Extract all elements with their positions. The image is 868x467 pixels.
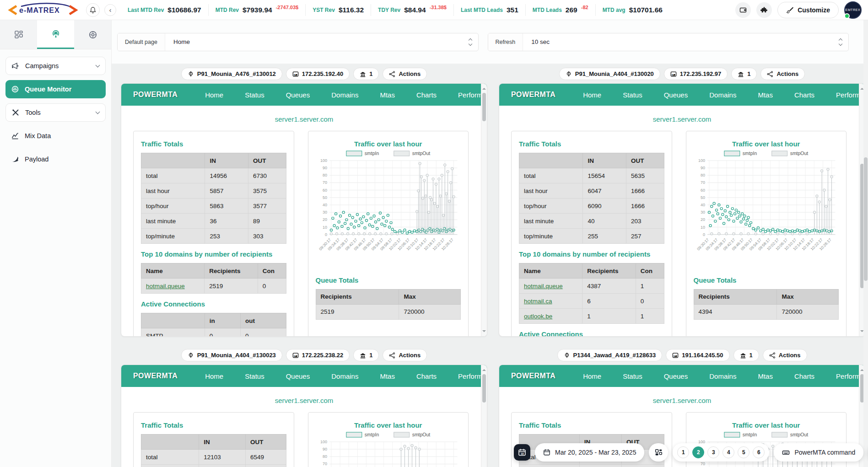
podcast-icon — [51, 29, 60, 38]
pmta-nav-domains[interactable]: Domains — [331, 372, 358, 380]
page-button-1[interactable]: 1 — [677, 446, 689, 458]
table-cell: 1666 — [626, 199, 664, 214]
pmta-nav-mtas[interactable]: Mtas — [380, 372, 395, 380]
server-link[interactable]: server1.server.com — [499, 397, 865, 404]
scroll-up-arrow[interactable] — [482, 86, 486, 90]
sidebar-item-label: Queue Monitor — [25, 86, 71, 93]
tab-settings-disc[interactable] — [74, 20, 111, 49]
pmta-nav-home[interactable]: Home — [583, 372, 601, 380]
server-link[interactable]: server1.server.com — [121, 115, 487, 123]
count-pill[interactable]: 1 — [731, 68, 757, 80]
collapse-sidebar-button[interactable]: ‹ — [104, 4, 116, 16]
notifications-button[interactable] — [86, 3, 100, 17]
pmta-nav-charts[interactable]: Charts — [794, 372, 814, 380]
table-cell: top/minute — [141, 229, 205, 244]
svg-text:70: 70 — [700, 462, 705, 466]
pmta-nav-queues[interactable]: Queues — [286, 91, 310, 99]
default-page-select[interactable]: Default page Home — [117, 33, 479, 51]
table-cell: last minute — [141, 214, 205, 229]
topbar-actions: Customize EMTREX — [735, 1, 868, 19]
pmta-nav-queues[interactable]: Queues — [664, 91, 688, 99]
wallet-button[interactable] — [735, 2, 751, 18]
domain-link[interactable]: hotmail.queue — [524, 283, 563, 290]
pmta-nav-home[interactable]: Home — [583, 91, 601, 99]
pmta-nav-mtas[interactable]: Mtas — [758, 372, 773, 380]
count-pill[interactable]: 1 — [353, 349, 379, 361]
actions-button[interactable]: Actions — [760, 68, 805, 80]
monitor-name-pill[interactable]: P91_Mounia_A404_#130023 — [181, 349, 282, 361]
layout-grid-button[interactable] — [649, 443, 668, 462]
totals-box: Traffic Totals INOUTtotal156545635last h… — [511, 131, 672, 337]
pmta-nav-status[interactable]: Status — [623, 91, 642, 99]
pmta-nav-status[interactable]: Status — [623, 372, 642, 380]
sidebar-item-payload[interactable]: Payload — [5, 150, 106, 168]
scrollbar-thumb[interactable] — [482, 93, 486, 121]
pmta-command-button[interactable]: PowerMTA command — [774, 443, 863, 462]
domain-link[interactable]: hotmail.ca — [524, 298, 552, 305]
table-row: last hour60471666 — [519, 183, 664, 199]
pmta-nav-home[interactable]: Home — [205, 91, 223, 99]
pmta-nav-mtas[interactable]: Mtas — [758, 91, 773, 99]
refresh-interval-select[interactable]: Refresh 10 sec — [488, 33, 849, 51]
domain-link[interactable]: outlook.be — [524, 313, 552, 320]
monitor-name-pill[interactable]: P91_Mounia_A476_#130012 — [181, 68, 282, 80]
stats-bar: Last MTD Rev$10686.97 MTD Rev$7939.94-27… — [121, 0, 735, 20]
page-scrollbar[interactable] — [863, 20, 868, 467]
sidebar-item-tools[interactable]: Tools — [5, 103, 106, 122]
pmta-nav-status[interactable]: Status — [245, 91, 264, 99]
page-button-3[interactable]: 3 — [707, 446, 719, 458]
ip-pill[interactable]: IP 191.164.245.50 — [666, 349, 729, 361]
pmta-nav-status[interactable]: Status — [245, 372, 264, 380]
table-cell: 720000 — [399, 304, 461, 319]
server-link[interactable]: server1.server.com — [499, 115, 865, 123]
pmta-nav-charts[interactable]: Charts — [416, 372, 437, 380]
count-pill[interactable]: 1 — [353, 68, 379, 80]
pmta-nav-queues[interactable]: Queues — [286, 372, 310, 380]
page-scrollbar-thumb[interactable] — [864, 157, 868, 281]
panel-scrollbar[interactable] — [481, 84, 487, 336]
app-logo: e-MATREX — [0, 3, 86, 17]
pmta-nav-domains[interactable]: Domains — [709, 372, 736, 380]
pmta-nav-queues[interactable]: Queues — [664, 372, 688, 380]
count-pill[interactable]: 1 — [733, 349, 759, 361]
sidebar-item-mix-data[interactable]: Mix Data — [5, 127, 106, 145]
server-link[interactable]: server1.server.com — [121, 397, 487, 404]
table-cell: 253 — [205, 229, 248, 244]
calendar-button[interactable]: 10 — [514, 444, 530, 461]
actions-button[interactable]: Actions — [383, 349, 427, 361]
tab-apps-grid[interactable] — [0, 20, 37, 49]
customize-button[interactable]: Customize — [777, 2, 839, 18]
domain-link[interactable]: hotmail.queue — [146, 283, 185, 290]
pmta-nav-domains[interactable]: Domains — [331, 91, 358, 99]
tab-queue-monitor[interactable] — [37, 20, 74, 49]
actions-button[interactable]: Actions — [763, 349, 807, 361]
scrollbar-thumb[interactable] — [482, 374, 486, 403]
scroll-down-arrow[interactable] — [482, 330, 486, 334]
extensions-button[interactable] — [756, 2, 772, 18]
pmta-nav-domains[interactable]: Domains — [709, 91, 736, 99]
pmta-nav-charts[interactable]: Charts — [794, 91, 814, 99]
actions-button[interactable]: Actions — [383, 68, 427, 80]
page-button-4[interactable]: 4 — [722, 446, 734, 458]
monitor-name-pill[interactable]: P1344_Jawad_A419_#128633 — [557, 349, 663, 361]
date-range-button[interactable]: Mar 20, 2025 - Mar 23, 2025 — [535, 443, 644, 462]
pmta-nav-charts[interactable]: Charts — [416, 91, 437, 99]
pmta-nav-home[interactable]: Home — [205, 372, 223, 380]
pmta-nav-mtas[interactable]: Mtas — [380, 91, 395, 99]
page-button-2[interactable]: 2 — [692, 446, 704, 458]
monitor-name-pill[interactable]: P91_Mounia_A404_#130020 — [559, 68, 660, 80]
ip-pill[interactable]: IP 172.235.192.97 — [664, 68, 728, 80]
page-button-6[interactable]: 6 — [753, 446, 765, 458]
page-button-5[interactable]: 5 — [738, 446, 749, 458]
stat-value: $7939.94 — [243, 6, 272, 14]
scroll-up-arrow[interactable] — [482, 367, 486, 371]
ip-pill[interactable]: IP 172.235.192.40 — [286, 68, 350, 80]
sidebar-item-campaigns[interactable]: Campaigns — [5, 57, 106, 75]
panel-scrollbar[interactable] — [481, 365, 487, 467]
user-avatar[interactable]: EMTREX — [844, 1, 862, 19]
svg-text:smtpIn: smtpIn — [742, 151, 757, 156]
ip-pill[interactable]: IP 172.225.238.22 — [286, 349, 350, 361]
stat-value: $10701.66 — [629, 6, 663, 14]
table-row: SMTP00 — [141, 328, 286, 337]
sidebar-item-queue-monitor[interactable]: Queue Monitor — [5, 80, 106, 98]
